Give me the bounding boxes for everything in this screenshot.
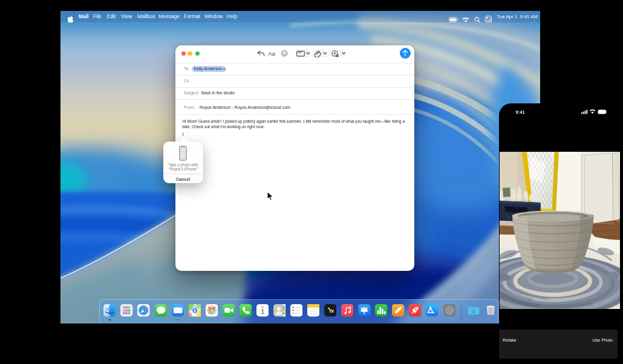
svg-text:tv: tv bbox=[330, 308, 334, 314]
svg-text:1: 1 bbox=[261, 308, 264, 315]
